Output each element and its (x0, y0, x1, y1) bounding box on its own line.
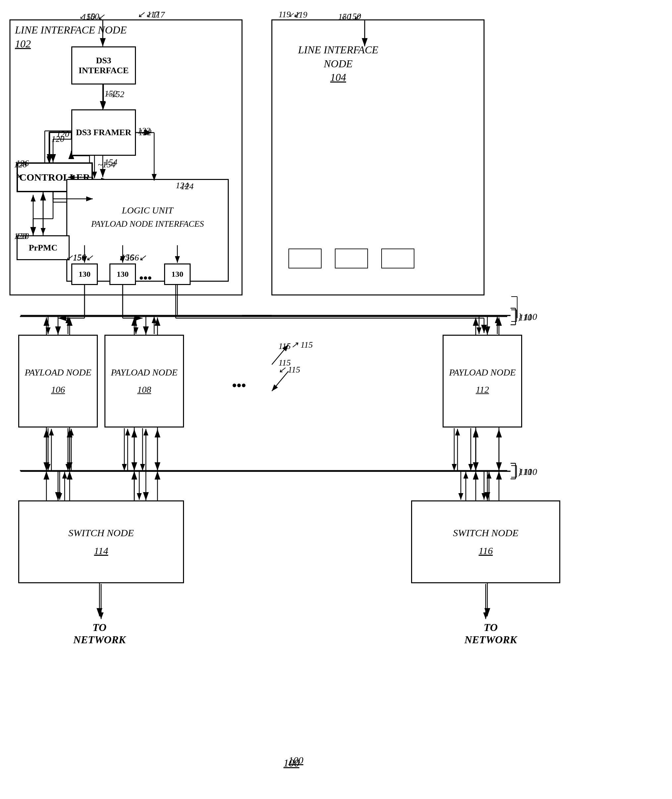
label-120: 120 (51, 134, 64, 144)
label-126: 126↘ (14, 160, 27, 180)
label-124: 124 (181, 182, 194, 192)
label-156a: ↙156↙ (66, 252, 93, 263)
lin-104-small-box-2 (335, 249, 368, 268)
lin-104-small-box-1 (288, 249, 322, 268)
payload-dots: ••• (232, 378, 246, 393)
switch-node-116-box: SWITCH NODE 116 (411, 500, 560, 583)
switch-node-114-box: SWITCH NODE 114 (18, 500, 184, 583)
label-150-right: 150 ↙ (338, 11, 361, 22)
label-154: ~154 (98, 160, 115, 170)
pni-3-box: 130 (164, 264, 190, 285)
label-115-down: ↙ 115 (278, 364, 300, 375)
label-152: ~152 (107, 89, 124, 99)
to-network-116: TONETWORK (451, 622, 530, 646)
pni-dots: ••• (139, 271, 152, 285)
payload-node-106-box: PAYLOAD NODE 106 (18, 335, 98, 428)
payload-node-112-box: PAYLOAD NODE 112 (443, 335, 522, 428)
label-117: ↙ 117 (138, 9, 160, 19)
label-115-up: ↗ 115 (291, 340, 313, 350)
diagram: LINE INTERFACE NODE 102 LINE INTERFACE N… (0, 0, 672, 799)
label-110-top: } 110 (518, 312, 537, 322)
ds3-framer-box: DS3 FRAMER (71, 109, 136, 156)
label-100: 100 (283, 757, 299, 769)
lin-104-label: LINE INTERFACE NODE 104 (295, 43, 381, 85)
pni-2-box: 130 (109, 264, 136, 285)
to-network-114: TONETWORK (60, 622, 139, 646)
label-122: 122 (139, 128, 152, 137)
label-119: 119 ↙ (278, 9, 300, 19)
lin-104-small-box-3 (381, 249, 414, 268)
payload-node-108-box: PAYLOAD NODE 108 (104, 335, 184, 428)
pni-1-box: 130 (71, 264, 98, 285)
label-150-left: 150 ↙ (82, 11, 105, 22)
ds3-interface-box: DS3 INTERFACE (71, 46, 136, 85)
label-128: 128 (14, 231, 27, 241)
ref-115a: 115 (278, 341, 291, 351)
label-110-bottom: } 110 (518, 467, 537, 477)
label-156b: ↙156↙ (119, 252, 146, 263)
